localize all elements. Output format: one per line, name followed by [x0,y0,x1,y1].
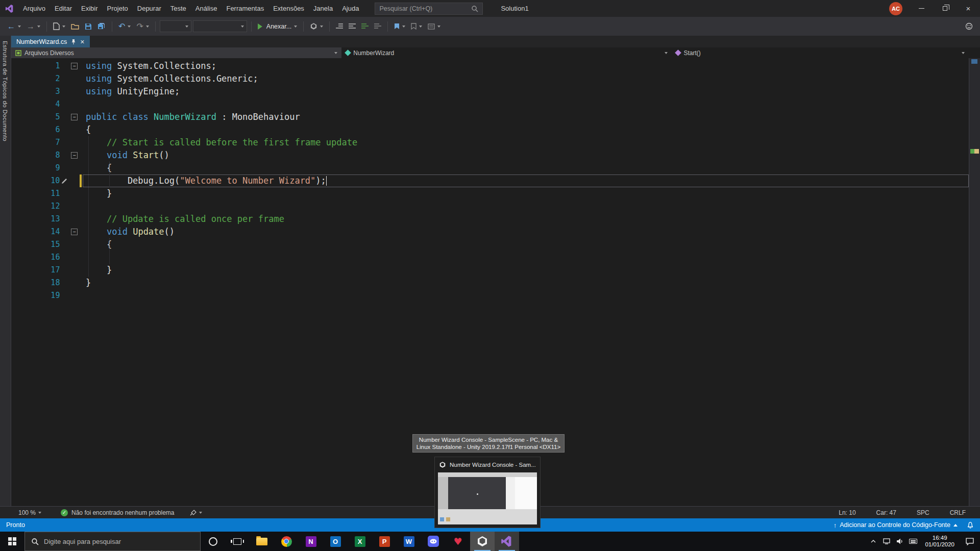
solution-configuration-dropdown[interactable] [160,20,191,32]
code-line[interactable]: 5−public class NumberWizard : MonoBehavi… [11,111,969,123]
menu-projeto[interactable]: Projeto [103,0,133,17]
menu-extensoes[interactable]: Extensões [268,0,309,17]
type-name: NumberWizard [353,49,394,57]
save-all-button[interactable] [95,20,108,33]
unity-target-button[interactable] [308,20,325,33]
taskbar-search-box[interactable]: Digite aqui para pesquisar [24,532,201,551]
menu-analise[interactable]: Análise [191,0,222,17]
menu-teste[interactable]: Teste [166,0,191,17]
open-file-button[interactable] [69,20,81,33]
undo-button[interactable]: ↶ [116,20,133,33]
save-icon [85,23,92,30]
taskbar-unity-icon[interactable] [470,532,495,551]
volume-icon[interactable] [893,532,906,551]
redo-button[interactable]: ↷ [134,20,151,33]
taskbar-excel-icon[interactable]: X [348,532,372,551]
add-to-source-control-button[interactable]: ↑ Adicionar ao Controle do Código-Fonte [834,521,958,529]
taskbar-visualstudio-icon[interactable] [495,532,519,551]
fold-collapse-icon[interactable]: − [69,152,80,159]
attach-to-unity-button[interactable]: Anexar... [256,20,299,33]
code-line[interactable]: 4 [11,98,969,111]
tray-chevron-up-icon[interactable] [867,532,880,551]
outdent-button[interactable] [347,20,358,33]
code-line[interactable]: 1−using System.Collections; [11,60,969,72]
solution-platform-dropdown[interactable] [193,20,247,32]
account-avatar[interactable]: AC [889,2,902,15]
project-dropdown[interactable]: Arquivos Diversos [11,47,341,58]
taskbar-word-icon[interactable]: W [397,532,421,551]
taskbar-chrome-icon[interactable] [274,532,299,551]
zoom-dropdown[interactable]: 100 % [17,506,42,519]
task-view-button[interactable] [225,532,250,551]
action-center-icon[interactable] [960,532,980,551]
code-cleanup-button[interactable] [188,506,204,519]
code-health-indicator[interactable]: ✓ Não foi encontrado nenhum problema [61,509,174,516]
restore-button[interactable] [933,0,957,17]
fold-collapse-icon[interactable]: − [69,114,80,120]
minimize-button[interactable] [910,0,933,17]
uncomment-button[interactable] [372,20,383,33]
menu-depurar[interactable]: Depurar [133,0,166,17]
code-line[interactable]: 14− void Update() [11,226,969,238]
menu-ajuda[interactable]: Ajuda [337,0,363,17]
touch-keyboard-icon[interactable] [906,532,920,551]
taskbar-discord-icon[interactable] [421,532,446,551]
next-bookmark-button[interactable] [409,20,424,33]
notifications-bell-icon[interactable] [967,521,974,529]
windows-logo-icon [8,537,16,545]
menu-janela[interactable]: Janela [309,0,337,17]
code-line[interactable]: 10 Debug.Log("Welcome to Number Wizard")… [11,174,969,187]
comment-button[interactable] [359,20,371,33]
document-outline-strip[interactable]: Estrutura de Tópicos do Documento [0,36,11,518]
line-ending: CRLF [950,509,966,516]
code-line[interactable]: 12 [11,200,969,213]
menu-arquivo[interactable]: Arquivo [18,0,50,17]
code-line[interactable]: 2using System.Collections.Generic; [11,72,969,85]
start-button[interactable] [0,532,24,551]
code-line[interactable]: 6{ [11,123,969,136]
toggle-bookmark-button[interactable] [392,20,407,33]
fold-collapse-icon[interactable]: − [69,63,80,69]
unity-thumbnail[interactable] [438,472,537,524]
code-line[interactable]: 7 // Start is called before the first fr… [11,136,969,149]
tab-close-icon[interactable]: × [80,38,84,45]
menu-exibir[interactable]: Exibir [77,0,103,17]
taskbar-clock[interactable]: 16:49 01/01/2020 [920,535,960,548]
code-line[interactable]: 19 [11,289,969,302]
taskbar-outlook-icon[interactable]: O [323,532,348,551]
taskbar-explorer-icon[interactable] [250,532,274,551]
code-line[interactable]: 13 // Update is called once per frame [11,213,969,226]
indent-button[interactable] [334,20,345,33]
close-button[interactable]: × [957,0,980,17]
network-icon[interactable] [880,532,893,551]
bookmark-window-button[interactable] [426,20,443,33]
code-line[interactable]: 18} [11,277,969,289]
feedback-button[interactable] [963,20,975,33]
quick-search-box[interactable]: Pesquisar (Ctrl+Q) [375,3,483,15]
pin-icon[interactable] [71,39,76,45]
member-dropdown[interactable]: Start() [672,47,969,58]
vertical-scrollbar[interactable] [969,58,980,506]
menu-ferramentas[interactable]: Ferramentas [222,0,268,17]
new-project-button[interactable] [51,20,67,33]
taskbar-onenote-icon[interactable]: N [299,532,323,551]
code-line[interactable]: 3using UnityEngine; [11,85,969,98]
fold-collapse-icon[interactable]: − [69,229,80,235]
taskbar-powerpoint-icon[interactable]: P [372,532,397,551]
code-line[interactable]: 11 } [11,187,969,200]
tab-numberwizard[interactable]: NumberWizard.cs × [11,36,90,47]
code-line[interactable]: 15 { [11,238,969,251]
navigate-forward-button[interactable]: → [24,20,42,33]
type-dropdown[interactable]: NumberWizard [341,47,672,58]
code-line[interactable]: 9 { [11,162,969,174]
navigate-back-button[interactable]: ← [5,20,23,33]
taskbar-heart-icon[interactable]: ♥ [446,532,470,551]
code-line[interactable]: 16 [11,251,969,264]
menu-editar[interactable]: Editar [50,0,77,17]
taskbar-thumbnail-preview[interactable]: Number Wizard Console - Sam... [434,457,541,528]
outdent-icon [349,23,356,29]
save-button[interactable] [83,20,94,33]
code-line[interactable]: 8− void Start() [11,149,969,162]
code-line[interactable]: 17 } [11,264,969,277]
cortana-button[interactable] [201,532,225,551]
